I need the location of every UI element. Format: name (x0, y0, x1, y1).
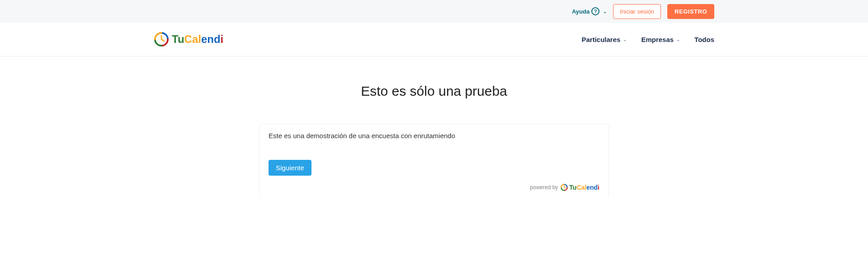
powered-brand-text: TuCalendi (569, 184, 599, 191)
survey-description: Este es una demostración de una encuesta… (269, 132, 599, 140)
topbar: Ayuda ? ⌄ Iniciar sesión REGISTRO (0, 0, 868, 23)
nav-items: Particulares ⌄ Empresas ⌄ Todos (582, 36, 715, 43)
brand-text: TuCalendi (172, 33, 223, 46)
chevron-down-icon: ⌄ (603, 9, 607, 14)
clock-logo-icon (561, 184, 568, 191)
login-button[interactable]: Iniciar sesión (613, 4, 661, 19)
content: Esto es sólo una prueba Este es una demo… (0, 56, 868, 197)
nav-item-empresas[interactable]: Empresas ⌄ (641, 36, 680, 43)
nav-item-todos[interactable]: Todos (694, 36, 714, 43)
nav-label: Particulares (582, 36, 621, 43)
page-title: Esto es sólo una prueba (361, 84, 507, 99)
chevron-down-icon: ⌄ (623, 37, 627, 42)
help-icon: ? (591, 7, 599, 15)
brand-logo[interactable]: TuCalendi (154, 32, 223, 47)
main-nav: TuCalendi Particulares ⌄ Empresas ⌄ Todo… (0, 23, 868, 56)
nav-label: Empresas (641, 36, 674, 43)
powered-brand-link[interactable]: TuCalendi (561, 184, 599, 191)
next-button[interactable]: Siguiente (269, 160, 311, 176)
chevron-down-icon: ⌄ (676, 37, 680, 42)
help-dropdown[interactable]: Ayuda ? ⌄ (572, 7, 607, 15)
register-button[interactable]: REGISTRO (667, 4, 714, 19)
help-label: Ayuda (572, 8, 590, 15)
nav-label: Todos (694, 36, 714, 43)
survey-card: Este es una demostración de una encuesta… (259, 124, 609, 197)
powered-label: powered by (530, 184, 558, 191)
clock-logo-icon (154, 32, 169, 47)
powered-by: powered by TuCalendi (269, 184, 599, 191)
nav-item-particulares[interactable]: Particulares ⌄ (582, 36, 627, 43)
